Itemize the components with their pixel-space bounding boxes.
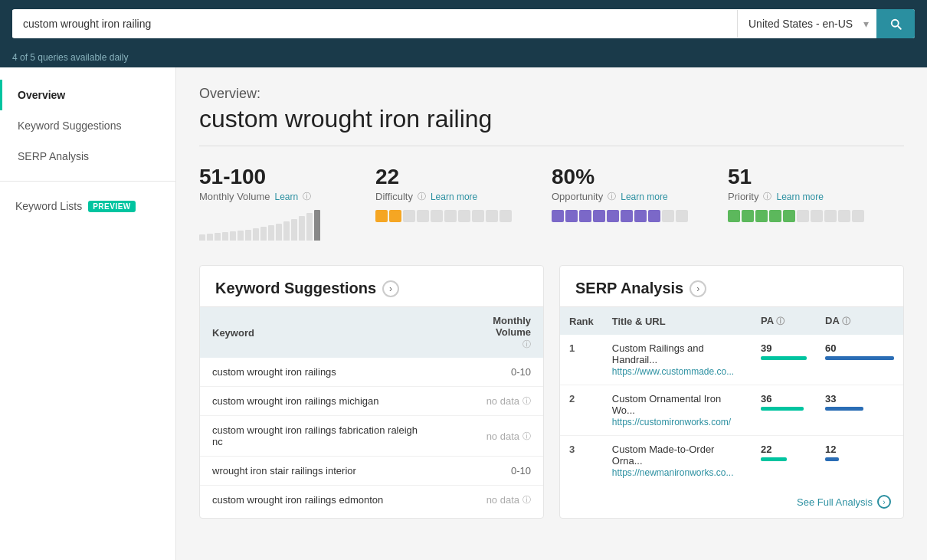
difficulty-label: Difficulty ⓘ Learn more	[375, 191, 552, 202]
opportunity-info-icon: ⓘ	[608, 191, 616, 202]
app-body: Overview Keyword Suggestions SERP Analys…	[0, 67, 927, 560]
difficulty-bar	[375, 210, 552, 222]
volume-label: Monthly Volume Learn ⓘ	[199, 191, 375, 202]
serp-analysis-card: SERP Analysis › Rank Title & URL PA ⓘ	[559, 265, 904, 519]
kw-col-volume: Monthly Volume ⓘ	[443, 307, 543, 358]
sidebar: Overview Keyword Suggestions SERP Analys…	[0, 67, 176, 560]
see-full-analysis[interactable]: See Full Analysis ›	[560, 486, 903, 518]
volume-info-icon: ⓘ	[303, 191, 311, 202]
serp-da-cell: 33	[816, 385, 903, 436]
serp-table-row: 1Custom Railings and Handrail...https://…	[560, 335, 903, 385]
serp-url-link[interactable]: https://newmanironworks.co...	[612, 467, 734, 478]
pa-bar	[761, 457, 787, 461]
serp-pa-cell: 36	[752, 385, 816, 436]
serp-url-link[interactable]: https://www.custommade.co...	[612, 366, 734, 377]
table-row: custom wrought iron railings edmontonno …	[200, 486, 543, 515]
pa-bar	[761, 356, 807, 360]
serp-title-cell: Custom Made-to-Order Orna...https://newm…	[603, 436, 752, 486]
serp-analysis-nav-arrow[interactable]: ›	[690, 280, 706, 297]
serp-title-cell: Custom Ornamental Iron Wo...https://cust…	[603, 385, 752, 436]
serp-url-link[interactable]: https://customironworks.com/	[612, 417, 731, 427]
serp-analysis-header: SERP Analysis ›	[560, 266, 903, 307]
kw-col-keyword: Keyword	[200, 307, 443, 358]
search-button[interactable]	[876, 9, 915, 38]
serp-da-cell: 12	[816, 436, 903, 486]
kw-volume-cell: no data ⓘ	[443, 486, 543, 515]
sidebar-divider	[0, 181, 175, 182]
keyword-suggestions-card: Keyword Suggestions › Keyword Monthly Vo…	[199, 265, 544, 519]
see-full-analysis-link[interactable]: See Full Analysis ›	[572, 495, 891, 509]
keyword-suggestions-nav-arrow[interactable]: ›	[382, 280, 399, 297]
sidebar-item-keyword-suggestions[interactable]: Keyword Suggestions	[0, 110, 175, 141]
keyword-suggestions-title: Keyword Suggestions	[215, 280, 376, 297]
opportunity-learn-link[interactable]: Learn more	[621, 192, 667, 202]
sidebar-item-overview[interactable]: Overview	[0, 80, 175, 110]
keyword-lists-label: Keyword Lists	[15, 200, 82, 212]
table-row: custom wrought iron railings0-10	[200, 358, 543, 387]
kw-keyword-cell: custom wrought iron railings fabrication…	[200, 416, 443, 457]
overview-title: custom wrought iron railing	[199, 105, 904, 133]
serp-da-cell: 60	[816, 335, 903, 385]
keyword-suggestions-table: Keyword Monthly Volume ⓘ custom wrought …	[200, 307, 543, 514]
kw-keyword-cell: custom wrought iron railings michigan	[200, 387, 443, 416]
da-bar	[825, 457, 839, 461]
priority-label: Priority ⓘ Learn more	[728, 191, 904, 202]
overview-label: Overview:	[199, 86, 904, 102]
main-content: Overview: custom wrought iron railing 51…	[176, 67, 927, 560]
serp-rank-cell: 1	[560, 335, 603, 385]
priority-learn-link[interactable]: Learn more	[776, 192, 823, 202]
opportunity-value: 80%	[552, 165, 728, 189]
metric-opportunity: 80% Opportunity ⓘ Learn more	[552, 165, 728, 241]
serp-rank-cell: 3	[560, 436, 603, 486]
search-bar: United States - en-US	[12, 9, 915, 38]
table-row: custom wrought iron railings fabrication…	[200, 416, 543, 457]
kw-keyword-cell: custom wrought iron railings edmonton	[200, 486, 443, 515]
serp-rank-cell: 2	[560, 385, 603, 436]
cards-row: Keyword Suggestions › Keyword Monthly Vo…	[199, 265, 904, 519]
da-bar	[825, 356, 894, 360]
serp-col-pa: PA ⓘ	[752, 307, 816, 335]
priority-value: 51	[728, 165, 904, 189]
serp-table-row: 2Custom Ornamental Iron Wo...https://cus…	[560, 385, 903, 436]
table-row: wrought iron stair railings interior0-10	[200, 457, 543, 486]
metric-difficulty: 22 Difficulty ⓘ Learn more	[375, 165, 552, 241]
metrics-row: 51-100 Monthly Volume Learn ⓘ	[199, 165, 904, 241]
serp-pa-cell: 39	[752, 335, 816, 385]
metric-priority: 51 Priority ⓘ Learn more	[728, 165, 904, 241]
serp-pa-cell: 22	[752, 436, 816, 486]
kw-volume-cell: 0-10	[443, 457, 543, 486]
difficulty-learn-link[interactable]: Learn more	[431, 192, 477, 202]
opportunity-bar	[552, 210, 728, 222]
difficulty-info-icon: ⓘ	[418, 191, 426, 202]
see-full-arrow-icon: ›	[877, 495, 891, 509]
kw-volume-cell: no data ⓘ	[443, 387, 543, 416]
kw-keyword-cell: custom wrought iron railings	[200, 358, 443, 387]
queries-available: 4 of 5 queries available daily	[0, 47, 927, 67]
overview-divider	[199, 146, 904, 146]
difficulty-value: 22	[375, 165, 552, 189]
kw-volume-cell: 0-10	[443, 358, 543, 387]
priority-info-icon: ⓘ	[763, 191, 771, 202]
volume-chart	[199, 210, 375, 241]
serp-analysis-title: SERP Analysis	[575, 280, 683, 297]
serp-col-rank: Rank	[560, 307, 603, 335]
sidebar-item-keyword-lists[interactable]: Keyword Lists PREVIEW	[0, 191, 175, 221]
volume-learn-link[interactable]: Learn	[275, 192, 299, 202]
location-wrapper: United States - en-US	[737, 10, 876, 38]
serp-title-cell: Custom Railings and Handrail...https://w…	[603, 335, 752, 385]
serp-table-row: 3Custom Made-to-Order Orna...https://new…	[560, 436, 903, 486]
header: United States - en-US 4 of 5 queries ava…	[0, 0, 927, 67]
table-row: custom wrought iron railings michiganno …	[200, 387, 543, 416]
search-input[interactable]	[12, 10, 737, 38]
priority-bar	[728, 210, 904, 222]
serp-col-da: DA ⓘ	[816, 307, 903, 335]
kw-keyword-cell: wrought iron stair railings interior	[200, 457, 443, 486]
opportunity-label: Opportunity ⓘ Learn more	[552, 191, 728, 202]
sidebar-item-serp-analysis[interactable]: SERP Analysis	[0, 141, 175, 172]
volume-value: 51-100	[199, 165, 375, 189]
kw-volume-cell: no data ⓘ	[443, 416, 543, 457]
metric-volume: 51-100 Monthly Volume Learn ⓘ	[199, 165, 375, 241]
keyword-suggestions-header: Keyword Suggestions ›	[200, 266, 543, 307]
location-select[interactable]: United States - en-US	[738, 10, 876, 38]
serp-col-title: Title & URL	[603, 307, 752, 335]
